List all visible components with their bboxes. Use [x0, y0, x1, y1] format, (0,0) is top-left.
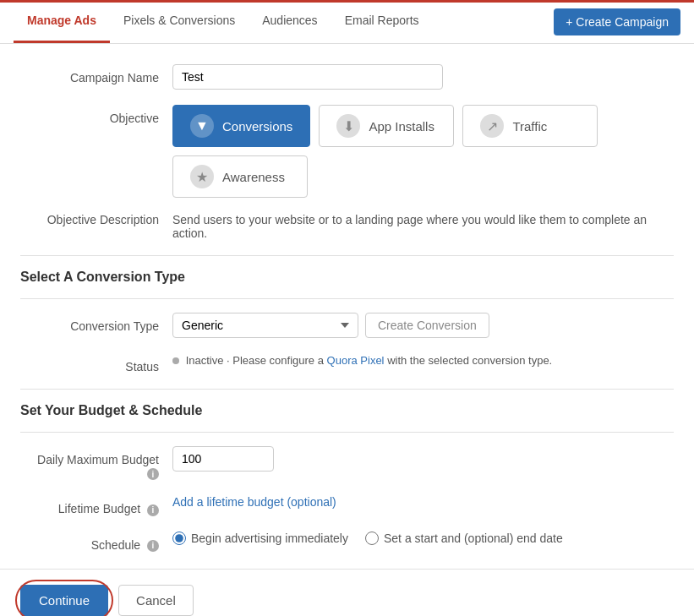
campaign-name-input[interactable] [172, 64, 443, 90]
budget-section-header: Set Your Budget & Schedule [20, 403, 674, 418]
create-conversion-button[interactable]: Create Conversion [365, 313, 489, 338]
continue-button[interactable]: Continue [20, 585, 108, 616]
status-content: Inactive · Please configure a Quora Pixe… [172, 353, 674, 367]
divider-4 [20, 432, 674, 433]
nav-tab-email-reports[interactable]: Email Reports [331, 0, 433, 43]
schedule-content: Begin advertising immediately Set a star… [172, 532, 674, 545]
app-installs-label: App Installs [369, 119, 434, 134]
conversions-icon: ▼ [190, 114, 214, 138]
conversion-type-row: Conversion Type Generic Purchase Sign Up… [20, 313, 674, 338]
quora-pixel-link[interactable]: Quora Pixel [327, 354, 385, 367]
daily-budget-row: Daily Maximum Budget i [20, 446, 674, 480]
conversion-type-select[interactable]: Generic Purchase Sign Up Add to Cart Lea… [172, 313, 358, 338]
divider-2 [20, 298, 674, 299]
divider-1 [20, 255, 674, 256]
schedule-immediately-radio[interactable] [172, 532, 186, 545]
status-prefix: Inactive · Please configure a [186, 354, 324, 367]
schedule-immediately-text: Begin advertising immediately [191, 532, 348, 545]
schedule-radio-group: Begin advertising immediately Set a star… [172, 532, 674, 545]
conversion-type-wrap: Generic Purchase Sign Up Add to Cart Lea… [172, 313, 674, 338]
lifetime-budget-content: Add a lifetime budget (optional) [172, 495, 674, 509]
status-dot [172, 357, 179, 364]
schedule-label: Schedule i [20, 532, 172, 552]
conversion-type-content: Generic Purchase Sign Up Add to Cart Lea… [172, 313, 674, 338]
nav-tab-audiences[interactable]: Audiences [249, 0, 331, 43]
daily-budget-label: Daily Maximum Budget i [20, 446, 172, 480]
objective-cards: ▼ Conversions ⬇ App Installs ↗ Traffic ★… [172, 105, 674, 198]
conversions-label: Conversions [222, 119, 292, 134]
objective-card-conversions[interactable]: ▼ Conversions [172, 105, 310, 147]
top-bar: Manage Ads Pixels & Conversions Audience… [0, 0, 694, 44]
traffic-label: Traffic [512, 119, 547, 134]
objective-row: Objective ▼ Conversions ⬇ App Installs ↗… [20, 105, 674, 198]
lifetime-budget-info-icon: i [147, 504, 159, 516]
nav-tabs: Manage Ads Pixels & Conversions Audience… [14, 0, 554, 43]
lifetime-budget-row: Lifetime Budget i Add a lifetime budget … [20, 495, 674, 515]
daily-budget-info-icon: i [147, 468, 159, 480]
awareness-label: Awareness [222, 170, 285, 184]
objective-content: ▼ Conversions ⬇ App Installs ↗ Traffic ★… [172, 105, 674, 198]
cancel-button[interactable]: Cancel [118, 585, 194, 616]
status-text: Inactive · Please configure a Quora Pixe… [172, 354, 552, 367]
schedule-info-icon: i [147, 540, 159, 552]
schedule-immediately-label[interactable]: Begin advertising immediately [172, 532, 348, 545]
campaign-name-content [172, 64, 674, 90]
nav-tab-manage-ads[interactable]: Manage Ads [14, 0, 110, 43]
objective-description-text: Send users to your website or to a landi… [172, 213, 674, 240]
objective-label: Objective [20, 105, 172, 125]
nav-tab-pixels-conversions[interactable]: Pixels & Conversions [110, 0, 249, 43]
footer-bar: Continue Cancel [0, 569, 694, 616]
continue-btn-wrap: Continue [20, 585, 108, 616]
schedule-start-end-radio[interactable] [365, 532, 379, 545]
conversion-type-section-header: Select A Conversion Type [20, 270, 674, 285]
campaign-name-label: Campaign Name [20, 64, 172, 84]
app-installs-icon: ⬇ [336, 114, 360, 138]
daily-budget-input[interactable] [172, 446, 274, 472]
status-label: Status [20, 353, 172, 373]
traffic-icon: ↗ [480, 114, 504, 138]
campaign-name-row: Campaign Name [20, 64, 674, 90]
schedule-row: Schedule i Begin advertising immediately… [20, 532, 674, 552]
main-content: Campaign Name Objective ▼ Conversions ⬇ … [0, 44, 694, 552]
objective-description-row: Objective Description Send users to your… [20, 213, 674, 240]
add-lifetime-budget-link[interactable]: Add a lifetime budget (optional) [172, 495, 336, 509]
objective-card-awareness[interactable]: ★ Awareness [172, 155, 308, 198]
objective-description-label: Objective Description [20, 213, 172, 226]
divider-3 [20, 389, 674, 390]
lifetime-budget-label: Lifetime Budget i [20, 495, 172, 515]
awareness-icon: ★ [190, 165, 214, 188]
objective-card-app-installs[interactable]: ⬇ App Installs [319, 105, 454, 147]
schedule-start-end-label[interactable]: Set a start and (optional) end date [365, 532, 563, 545]
status-row: Status Inactive · Please configure a Quo… [20, 353, 674, 373]
objective-card-traffic[interactable]: ↗ Traffic [462, 105, 598, 147]
create-campaign-button[interactable]: + Create Campaign [554, 8, 680, 35]
schedule-start-end-text: Set a start and (optional) end date [384, 532, 563, 545]
conversion-type-label: Conversion Type [20, 313, 172, 333]
status-suffix: with the selected conversion type. [387, 354, 552, 367]
daily-budget-content [172, 446, 674, 472]
